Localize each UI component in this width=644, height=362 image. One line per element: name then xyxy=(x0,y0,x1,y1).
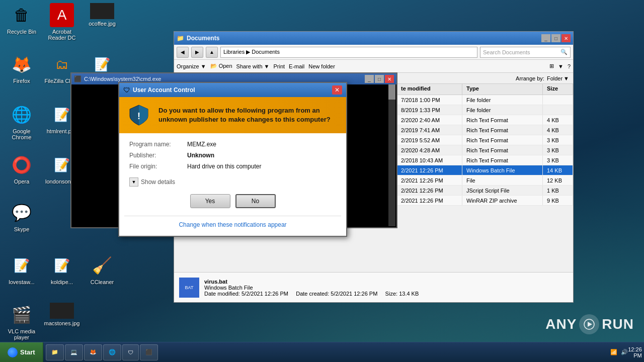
taskbar-security-icon: 🛡 xyxy=(128,349,133,355)
uac-question: Do you want to allow the following progr… xyxy=(158,106,339,124)
uac-details: Program name: MEMZ.exe Publisher: Unknow… xyxy=(129,141,336,170)
show-details-arrow[interactable]: ▼ xyxy=(129,177,138,187)
desktop: 🗑 Recycle Bin A Acrobat Reader DC ocoffe… xyxy=(0,0,644,362)
origin-label: File origin: xyxy=(129,163,185,170)
program-label: Program name: xyxy=(129,141,185,148)
uac-body: Program name: MEMZ.exe Publisher: Unknow… xyxy=(119,133,346,216)
taskbar-item-security[interactable]: 🛡 xyxy=(122,344,139,360)
uac-close-button[interactable]: ✕ xyxy=(332,85,342,95)
taskbar: Start 📁 💻 🦊 🌐 🛡 ⬛ 📶 🔊 xyxy=(0,342,644,362)
uac-overlay: 🛡 User Account Control ✕ ! Do you want t… xyxy=(0,0,644,362)
taskbar-explorer-icon: 💻 xyxy=(70,349,77,355)
publisher-label: Publisher: xyxy=(129,152,185,159)
uac-no-button[interactable]: No xyxy=(235,194,276,208)
uac-shield-icon: ! xyxy=(127,103,151,127)
show-details-link[interactable]: Show details xyxy=(141,178,175,186)
uac-footer: Change when these notifications appear xyxy=(119,216,346,236)
start-button[interactable]: Start xyxy=(0,342,43,363)
uac-yes-button[interactable]: Yes xyxy=(190,194,230,208)
taskbar-item-cmd[interactable]: ⬛ xyxy=(140,344,158,360)
taskbar-firefox-icon: 🦊 xyxy=(90,349,97,355)
taskbar-cmd-icon: ⬛ xyxy=(145,349,152,355)
start-label: Start xyxy=(20,348,35,356)
uac-notification-link[interactable]: Change when these notifications appear xyxy=(179,221,286,228)
taskbar-item-explorer[interactable]: 💻 xyxy=(65,344,83,360)
tray-clock: 12:26 PM xyxy=(631,348,639,356)
uac-title: User Account Control xyxy=(133,86,330,94)
clock-display: 12:26 PM xyxy=(625,346,644,358)
uac-dialog: 🛡 User Account Control ✕ ! Do you want t… xyxy=(118,82,347,237)
taskbar-folder-icon: 📁 xyxy=(51,349,58,355)
uac-header: ! Do you want to allow the following pro… xyxy=(119,97,346,133)
uac-show-details-row: ▼ Show details xyxy=(129,177,336,187)
taskbar-item-chrome[interactable]: 🌐 xyxy=(103,344,121,360)
taskbar-item-folder[interactable]: 📁 xyxy=(46,344,64,360)
publisher-value: Unknown xyxy=(187,152,336,159)
taskbar-tray: 📶 🔊 12:26 PM xyxy=(605,342,644,362)
uac-titlebar: 🛡 User Account Control ✕ xyxy=(119,83,346,97)
uac-buttons: Yes No xyxy=(129,194,336,208)
uac-shield-title-icon: 🛡 xyxy=(123,86,130,94)
taskbar-item-firefox[interactable]: 🦊 xyxy=(84,344,102,360)
program-value: MEMZ.exe xyxy=(187,141,336,148)
tray-network-icon[interactable]: 📶 xyxy=(610,348,618,356)
start-orb-icon xyxy=(8,347,18,357)
svg-text:!: ! xyxy=(137,111,140,121)
origin-value: Hard drive on this computer xyxy=(187,163,336,170)
taskbar-items: 📁 💻 🦊 🌐 🛡 ⬛ xyxy=(43,342,605,362)
taskbar-chrome-icon: 🌐 xyxy=(109,349,116,355)
